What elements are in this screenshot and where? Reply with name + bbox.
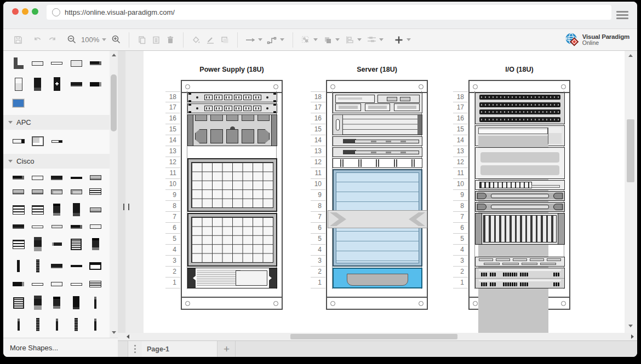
- chassisbase-device[interactable]: [333, 268, 422, 288]
- canvas-scroll-down-icon[interactable]: [628, 325, 633, 327]
- connector-style-button[interactable]: [265, 33, 279, 47]
- page-list-menu-button[interactable]: [128, 341, 142, 357]
- palette-shape-vthin[interactable]: [94, 319, 96, 331]
- palette-shape-tower[interactable]: [15, 78, 22, 91]
- palette-shape-hthin[interactable]: [32, 283, 43, 286]
- zoom-in-button[interactable]: [109, 33, 123, 47]
- palette-shape-hgray[interactable]: [90, 175, 101, 180]
- paste-button[interactable]: [149, 33, 163, 47]
- palette-shape-towerdark3[interactable]: [34, 296, 42, 310]
- selection-caret-icon[interactable]: [313, 38, 318, 41]
- palette-shape-hstripe[interactable]: [89, 188, 101, 195]
- distribute-caret-icon[interactable]: [379, 38, 384, 41]
- palette-shape-hbar[interactable]: [32, 176, 43, 180]
- palette-shape-hthin[interactable]: [32, 226, 43, 228]
- address-bar[interactable]: https://online.visual-paradigm.com/: [47, 5, 611, 20]
- close-window-button[interactable]: [12, 8, 19, 15]
- palette-shape-angle[interactable]: [14, 57, 24, 69]
- slat1-device[interactable]: [475, 180, 565, 190]
- save-button[interactable]: [11, 33, 25, 47]
- palette-shape-hdark[interactable]: [90, 61, 101, 65]
- palette-section-header-apc[interactable]: APC: [3, 115, 110, 130]
- palette-shape-gridbox[interactable]: [71, 239, 82, 250]
- palette-shape-hdark2[interactable]: [51, 264, 62, 268]
- palette-shape-hstripe2[interactable]: [13, 205, 25, 215]
- undo-button[interactable]: [31, 33, 45, 47]
- browser-menu-icon[interactable]: [616, 11, 628, 20]
- palette-shape-hthin-d[interactable]: [71, 177, 82, 179]
- palette-shape-hsmall[interactable]: [52, 242, 62, 246]
- copy-button[interactable]: [135, 33, 149, 47]
- maximize-window-button[interactable]: [32, 8, 38, 15]
- palette-shape-towerdark2[interactable]: [53, 297, 60, 309]
- redo-button[interactable]: [45, 33, 59, 47]
- palette-shape-hdark2[interactable]: [51, 176, 62, 180]
- site-info-icon[interactable]: [52, 8, 60, 16]
- minimize-window-button[interactable]: [22, 8, 28, 15]
- vent3-device[interactable]: [475, 147, 565, 179]
- palette-shape-hgray[interactable]: [90, 207, 101, 212]
- insert-shape-caret-icon[interactable]: [407, 38, 411, 41]
- add-page-button[interactable]: +: [218, 341, 236, 357]
- handle1-device[interactable]: [475, 191, 565, 201]
- canvas-horizontal-scrollbar[interactable]: [118, 333, 637, 340]
- diagram-canvas[interactable]: Power Supply (18U)1817161514131211109876…: [144, 51, 625, 333]
- palette-shape-towerdark[interactable]: [73, 203, 80, 216]
- palette-shape-towerdark4[interactable]: [73, 296, 79, 309]
- palette-shape-blue[interactable]: [13, 99, 24, 107]
- sidebar-scrollbar-thumb[interactable]: [111, 74, 117, 131]
- palette-shape-hstripe2[interactable]: [32, 205, 44, 215]
- sidebar-scroll-down-icon[interactable]: [112, 331, 116, 334]
- sidebar-scrollbar[interactable]: [110, 51, 118, 338]
- cableorg-device[interactable]: [333, 158, 422, 168]
- line-color-button[interactable]: [203, 33, 218, 47]
- insert-shape-button[interactable]: [392, 33, 406, 47]
- palette-shape-hstripe[interactable]: [89, 281, 101, 287]
- srv2a-device[interactable]: [333, 93, 422, 113]
- canvas-scroll-right-icon[interactable]: [631, 334, 634, 339]
- selection-button[interactable]: [299, 33, 313, 47]
- delete-button[interactable]: [163, 33, 178, 47]
- palette-shape-vthin[interactable]: [56, 319, 58, 331]
- srv1-device[interactable]: [333, 147, 422, 157]
- palette-shape-hdark3[interactable]: [13, 282, 24, 286]
- palette-shape-hthin[interactable]: [71, 283, 82, 286]
- handle1-device[interactable]: [475, 202, 565, 212]
- palette-shape-ups-sm[interactable]: [13, 139, 25, 143]
- palette-shape-hgray[interactable]: [32, 189, 43, 194]
- page-tab[interactable]: Page-1: [142, 341, 218, 357]
- palette-shape-towerdark2[interactable]: [92, 238, 99, 250]
- palette-shape-towerdark2[interactable]: [53, 204, 60, 216]
- srv1-device[interactable]: [333, 136, 422, 146]
- palette-shape-hdark3[interactable]: [90, 82, 101, 86]
- palette-shape-hthin-d[interactable]: [71, 265, 82, 267]
- canvas-vertical-scrollbar[interactable]: [625, 51, 637, 333]
- palette-shape-hdark2[interactable]: [71, 82, 82, 86]
- palette-shape-hgray[interactable]: [13, 189, 24, 194]
- palette-shape-towerplus[interactable]: [54, 77, 60, 91]
- pdu-device[interactable]: [187, 103, 277, 113]
- shape-style-button[interactable]: [218, 33, 232, 47]
- fill-color-button[interactable]: [189, 33, 203, 47]
- rack-title[interactable]: Power Supply (18U): [164, 66, 299, 73]
- align-button[interactable]: [342, 33, 357, 47]
- palette-shape-hdark[interactable]: [71, 225, 82, 229]
- sidebar-splitter[interactable]: [118, 51, 144, 333]
- palette-shape-vdot[interactable]: [36, 259, 39, 273]
- canvas-hscrollbar-thumb[interactable]: [290, 334, 457, 339]
- palette-shape-boxline[interactable]: [89, 262, 101, 270]
- palette-shape-hgray3[interactable]: [51, 225, 62, 228]
- palette-shape-hdark[interactable]: [13, 176, 24, 180]
- align-caret-icon[interactable]: [357, 38, 362, 41]
- palette-section-header-cisco[interactable]: Cisco: [3, 154, 110, 169]
- patch3-device[interactable]: [475, 93, 565, 124]
- order-caret-icon[interactable]: [335, 38, 340, 41]
- palette-shape-hstripe2[interactable]: [13, 240, 25, 249]
- palette-shape-towerdark[interactable]: [34, 78, 41, 91]
- distribute-button[interactable]: [364, 33, 379, 47]
- portsw2-device[interactable]: [475, 268, 565, 288]
- slats3-device[interactable]: [475, 213, 565, 245]
- splitter-grip-icon[interactable]: [123, 204, 129, 210]
- canvas-vscrollbar-thumb[interactable]: [627, 119, 634, 182]
- ups3-device[interactable]: [187, 114, 277, 146]
